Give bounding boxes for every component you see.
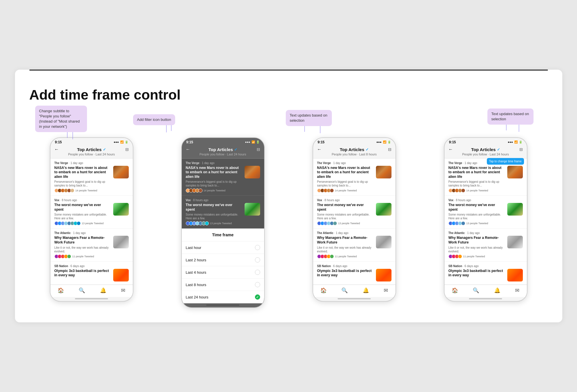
phone-3-article-1-row: NASA's new Mars rover is about to embark… <box>317 166 391 188</box>
avatar <box>333 221 337 225</box>
annotation-1-bubble: Change subtitle to "People you follow" (… <box>35 106 87 132</box>
timeframe-option-1[interactable]: Last hour <box>182 241 264 254</box>
timeframe-radio-4[interactable] <box>255 282 260 287</box>
annotation-3: Text updates based on selection <box>286 110 332 126</box>
phone-3-status-icons: ●●● 📶 🔋 <box>376 140 391 144</box>
phone-1-nav-bell[interactable]: 🔔 <box>100 287 106 294</box>
avatar <box>70 189 74 193</box>
phone-4-article-3-desc: Like it or not, the way we work has alre… <box>449 246 505 253</box>
phone-4-article-2-desc: Some money mistakes are unforgettable. H… <box>449 213 505 220</box>
phone-4-header-top: ← Top Articles ✓ ⊟ <box>449 147 523 152</box>
phone-4-home-indicator <box>469 298 502 299</box>
phone-1-article-4: SB Nation · 6 days ago Olympic 3x3 baske… <box>50 262 133 285</box>
phone-2-tweet-1: 14 people Tweeted <box>186 189 260 193</box>
phone-3-avatars-2 <box>317 221 337 225</box>
phone-1-article-3-title: Why Managers Fear a Remote-Work Future <box>54 236 111 245</box>
phone-1-article-4-title: Olympic 3x3 basketball is perfect in eve… <box>54 269 111 278</box>
phone-1-article-3-row: Why Managers Fear a Remote-Work Future L… <box>54 236 129 253</box>
phone-3-nav: 🏠 🔍 🔔 ✉ <box>313 285 396 297</box>
phone-4-nav-mail[interactable]: ✉ <box>515 287 519 294</box>
phone-1-body: The Verge · 1 day ago NASA's new Mars ro… <box>50 159 133 285</box>
phone-2-tweet-2: 13 people Tweeted <box>186 221 260 225</box>
timeframe-radio-5[interactable] <box>255 294 260 300</box>
phone-2-body: The Verge · 1 day ago NASA's new Mars ro… <box>182 159 264 229</box>
phone-3-nav-bell[interactable]: 🔔 <box>363 287 369 294</box>
timeframe-radio-1[interactable] <box>255 245 260 250</box>
phone-4-status-icons: ●●● 📶 🔋 <box>508 140 522 144</box>
phone-1-statusbar: 9:15 ●●● 📶 🔋 <box>50 138 133 145</box>
phone-3-tweet-count-1: 14 people Tweeted <box>335 189 357 192</box>
phone-1-article-3-img <box>113 236 129 248</box>
phone-1-article-2-title: The worst money we've ever spent <box>54 203 111 212</box>
phone-2-filter-icon[interactable]: ⊟ <box>257 147 260 152</box>
phone-1-article-2-img <box>113 203 129 216</box>
timeframe-title: Time frame <box>182 229 264 241</box>
phone-1-nav-search[interactable]: 🔍 <box>79 287 85 294</box>
phone-2-article-1-text: NASA's new Mars rover is about to embark… <box>186 166 242 188</box>
battery-icon: 🔋 <box>387 140 391 144</box>
phone-1-tweet-count-3: 11 people Tweeted <box>72 255 94 258</box>
phone-3-article-3-text: Why Managers Fear a Remote-Work Future L… <box>317 236 374 253</box>
phone-4-article-3: The Atlantic · 1 day ago Why Managers Fe… <box>444 229 527 261</box>
annotation-1: Change subtitle to "People you follow" (… <box>35 106 87 132</box>
phone-4-nav-search[interactable]: 🔍 <box>473 287 479 294</box>
phone-4-article-1-img <box>507 166 523 178</box>
signal-icon: ●●● <box>376 140 381 144</box>
phone-3-article-2-text: The worst money we've ever spent Some mo… <box>317 203 374 220</box>
phone-3-tweet-3: 11 people Tweeted <box>317 254 391 258</box>
phone-1-article-1-title: NASA's new Mars rover is about to embark… <box>54 166 111 179</box>
phone-1-article-1: The Verge · 1 day ago NASA's new Mars ro… <box>50 159 133 196</box>
phone-2-statusbar: 9:15 ●●● 📶 🔋 <box>182 138 264 145</box>
wifi-icon: 📶 <box>120 140 124 144</box>
phone-3-article-3-desc: Like it or not, the way we work has alre… <box>317 246 374 253</box>
phone-4-article-4: SB Nation · 6 days ago Olympic 3x3 baske… <box>444 262 527 285</box>
phone-2-article-2-title: The worst money we've ever spent <box>186 203 242 212</box>
phone-4-header: ← Top Articles ✓ ⊟ People you follow · L… <box>444 145 527 159</box>
wifi-icon: 📶 <box>383 140 386 144</box>
phone-4-back-button[interactable]: ← <box>449 147 453 152</box>
phone-1-nav-home[interactable]: 🏠 <box>58 287 64 294</box>
phone-4-avatars-1 <box>449 189 465 193</box>
timeframe-option-5[interactable]: Last 24 hours <box>182 291 264 303</box>
phone-1-article-3: The Atlantic · 1 day ago Why Managers Fe… <box>50 229 133 261</box>
phone-1-time: 9:15 <box>55 140 62 144</box>
phone-3-back-button[interactable]: ← <box>317 147 322 152</box>
phone-1-nav-mail[interactable]: ✉ <box>121 287 125 294</box>
phone-4-article-2-row: The worst money we've ever spent Some mo… <box>449 203 523 220</box>
phone-4-nav-home[interactable]: 🏠 <box>452 287 458 294</box>
main-card: Add time frame control Change subtitle t… <box>15 70 562 323</box>
phone-4-tweet-2: 13 people Tweeted <box>449 221 523 225</box>
phone-3-nav-home[interactable]: 🏠 <box>320 287 327 294</box>
phone-4-nav: 🏠 🔍 🔔 ✉ <box>444 285 527 297</box>
phone-3-nav-search[interactable]: 🔍 <box>341 287 348 294</box>
timeframe-option-2[interactable]: Last 2 hours <box>182 254 264 266</box>
phone-1-source-3: The Atlantic · 1 day ago <box>54 231 129 235</box>
phone-4-tweet-count-2: 13 people Tweeted <box>466 222 488 225</box>
phone-1-back-button[interactable]: ← <box>54 147 59 152</box>
timeframe-option-4[interactable]: Last 8 hours <box>182 279 264 291</box>
phone-3-nav-mail[interactable]: ✉ <box>384 287 388 294</box>
signal-icon: ●●● <box>508 140 513 144</box>
phone-1-filter-icon[interactable]: ⊟ <box>125 147 129 152</box>
phone-2-article-1-img <box>245 166 260 178</box>
phone-2-back-button[interactable]: ← <box>186 147 190 152</box>
phone-1-wrapper: 9:15 ●●● 📶 🔋 ← Top Articles <box>29 137 154 302</box>
phone-4-verified: ✓ <box>497 147 500 152</box>
phone-3-filter-icon[interactable]: ⊟ <box>388 147 391 152</box>
annotation-4-bubble: Text updates based on selection <box>487 109 534 125</box>
phone-3-header-title: Top Articles ✓ <box>340 147 368 152</box>
phone-3-tweet-1: 14 people Tweeted <box>317 189 391 193</box>
phone-3-tweet-count-2: 13 people Tweeted <box>338 222 360 225</box>
phone-3-home-indicator <box>338 298 370 299</box>
phone-1: 9:15 ●●● 📶 🔋 ← Top Articles <box>50 137 133 302</box>
phone-1-verified: ✓ <box>103 147 106 152</box>
phone-4-avatars-2 <box>449 221 465 225</box>
phone-4-article-3-img <box>507 236 523 248</box>
timeframe-radio-2[interactable] <box>255 257 260 262</box>
phone-4-filter-icon[interactable]: ⊟ <box>519 147 523 152</box>
phone-2-source-1: The Verge · 1 day ago <box>186 161 260 165</box>
timeframe-radio-3[interactable] <box>255 270 260 275</box>
phone-3-article-1-title: NASA's new Mars rover is about to embark… <box>317 166 374 179</box>
timeframe-option-3[interactable]: Last 4 hours <box>182 266 264 279</box>
phone-4-nav-bell[interactable]: 🔔 <box>494 287 500 294</box>
